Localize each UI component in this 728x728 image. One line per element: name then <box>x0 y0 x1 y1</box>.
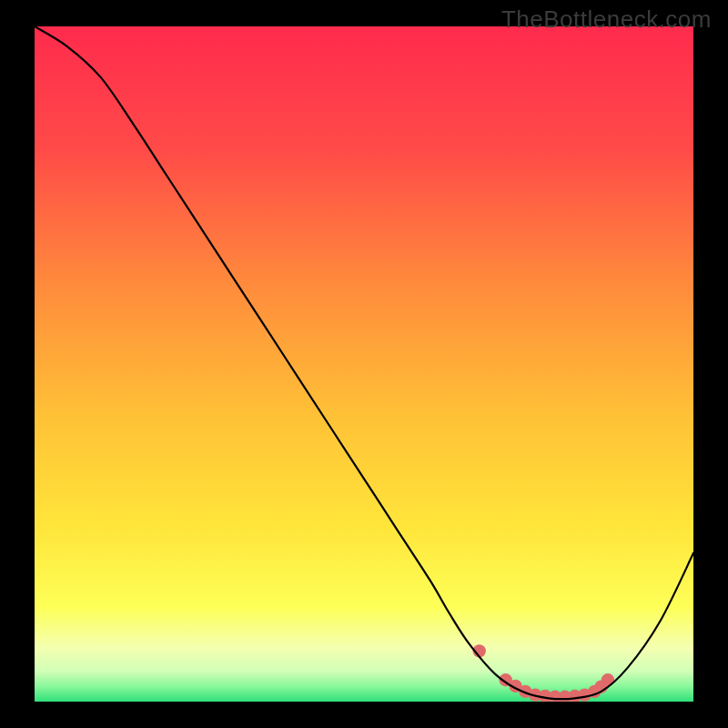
plot-area <box>35 26 693 702</box>
main-curve <box>35 26 693 699</box>
watermark-text: TheBottleneck.com <box>501 5 712 34</box>
chart-frame: TheBottleneck.com <box>0 0 728 728</box>
curve-layer <box>35 26 693 702</box>
